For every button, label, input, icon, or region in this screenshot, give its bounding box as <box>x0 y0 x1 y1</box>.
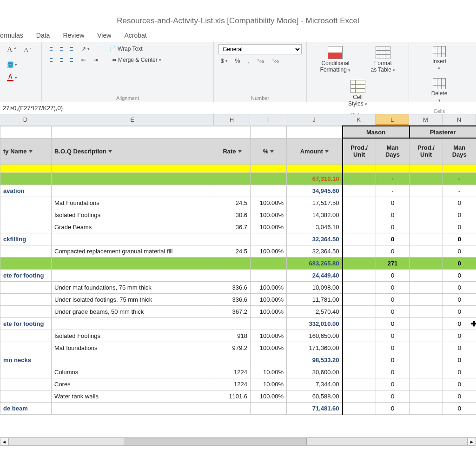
cell-man-days[interactable]: 0 <box>443 281 476 293</box>
conditional-formatting-button[interactable]: Conditional Formatting ▾ <box>317 44 354 75</box>
cell-rate[interactable]: 979.2 <box>214 342 251 354</box>
cell[interactable] <box>343 269 376 281</box>
cell[interactable] <box>343 293 376 305</box>
cell[interactable] <box>410 257 443 269</box>
cell-styles-button[interactable]: Cell Styles ▾ <box>344 78 372 109</box>
cell-description[interactable]: Mat Foundations <box>52 197 214 209</box>
cell-activity-name[interactable]: de beam <box>0 402 52 414</box>
cell[interactable] <box>343 185 376 197</box>
cell-description[interactable]: Cores <box>52 378 214 390</box>
cell[interactable] <box>343 330 376 342</box>
header-man-days-1[interactable]: Man Days <box>376 138 410 164</box>
cell[interactable] <box>343 281 376 293</box>
cell-percent[interactable]: 100.00% <box>251 245 287 257</box>
cell-amount[interactable]: 160,650.00 <box>287 330 343 342</box>
cell-amount[interactable]: 17,517.50 <box>287 197 343 209</box>
cell-activity-name[interactable]: ete for footing <box>0 269 52 281</box>
cell-amount[interactable]: 3,046.10 <box>287 221 343 233</box>
font-color-button[interactable]: A▾ <box>5 72 20 83</box>
cell-amount[interactable]: 11,781.00 <box>287 293 343 305</box>
cell[interactable] <box>410 305 443 317</box>
align-middle-button[interactable] <box>57 44 66 53</box>
cell-description[interactable]: Columns <box>52 366 214 378</box>
cell-amount[interactable]: 24,449.40 <box>287 269 343 281</box>
cell[interactable] <box>343 221 376 233</box>
cell-man-days[interactable]: - <box>443 185 476 197</box>
horizontal-scrollbar[interactable]: ◄ ► <box>0 437 476 446</box>
cell-man-days[interactable]: 0 <box>443 233 476 245</box>
wrap-text-button[interactable]: 📄 Wrap Text <box>107 44 145 53</box>
cell-percent[interactable]: 100.00% <box>251 293 287 305</box>
cell[interactable] <box>343 257 376 269</box>
cell[interactable] <box>410 342 443 354</box>
comma-format-button[interactable]: , <box>245 56 251 66</box>
cell-percent[interactable]: 100.00% <box>251 342 287 354</box>
cell-amount[interactable]: 2,570.40 <box>287 305 343 317</box>
tab-view[interactable]: View <box>97 32 111 39</box>
cell-percent[interactable]: 10.00% <box>251 378 287 390</box>
cell[interactable] <box>410 317 443 330</box>
percent-format-button[interactable]: % <box>233 56 243 66</box>
cell-man-days[interactable]: 0 <box>376 354 410 366</box>
cell-rate[interactable]: 30.6 <box>214 209 251 221</box>
cell[interactable] <box>343 209 376 221</box>
cell-man-days[interactable]: 0 <box>443 257 476 269</box>
cell-man-days[interactable]: 0 <box>376 281 410 293</box>
cell[interactable] <box>343 378 376 390</box>
filter-icon[interactable] <box>325 150 329 153</box>
cell[interactable] <box>343 197 376 209</box>
cell-man-days[interactable]: 0 <box>376 233 410 245</box>
scroll-thumb[interactable] <box>124 438 307 445</box>
cell-man-days[interactable]: 0 <box>376 402 410 414</box>
col-header-D[interactable]: D <box>0 114 51 125</box>
tab-formulas[interactable]: ormulas <box>0 32 23 39</box>
cell-percent[interactable]: 100.00% <box>251 330 287 342</box>
cell-man-days[interactable]: 0 <box>376 390 410 402</box>
cell-man-days[interactable]: 0 <box>376 317 410 330</box>
cell-man-days[interactable]: 0 <box>443 209 476 221</box>
cell-description[interactable]: Mat foundations <box>52 342 214 354</box>
tab-acrobat[interactable]: Acrobat <box>124 32 146 39</box>
accounting-format-button[interactable]: $ ▾ <box>218 56 230 66</box>
cell-percent[interactable]: 10.00% <box>251 366 287 378</box>
cell-activity-name[interactable]: avation <box>0 185 52 197</box>
cell-rate[interactable]: 36.7 <box>214 221 251 233</box>
cell-man-days[interactable]: 271 <box>376 257 410 269</box>
cell-description[interactable]: Isolated Footings <box>52 209 214 221</box>
cell-man-days[interactable]: 0 <box>443 245 476 257</box>
insert-button[interactable]: Insert▾ <box>425 44 453 73</box>
cell-man-days[interactable]: 0 <box>443 366 476 378</box>
cell[interactable] <box>410 269 443 281</box>
cell-man-days[interactable]: 0 <box>376 378 410 390</box>
cell-description[interactable]: Compacted replacement granual material f… <box>52 245 214 257</box>
cell[interactable] <box>343 354 376 366</box>
cell-amount[interactable]: 30,600.00 <box>287 366 343 378</box>
cell-man-days[interactable]: - <box>443 172 476 185</box>
cell-rate[interactable]: 24.5 <box>214 245 251 257</box>
header-activity-name[interactable]: ty Name <box>0 138 52 164</box>
cell[interactable] <box>410 378 443 390</box>
cell-description[interactable]: Under mat foundations, 75 mm thick <box>52 281 214 293</box>
cell[interactable] <box>410 197 443 209</box>
cell[interactable] <box>343 245 376 257</box>
col-header-E[interactable]: E <box>51 114 214 125</box>
header-amount[interactable]: Amount <box>287 138 343 164</box>
cell-amount[interactable]: 60,588.00 <box>287 390 343 402</box>
cell-activity-name[interactable]: ckfilling <box>0 233 52 245</box>
cell-man-days[interactable]: 0 <box>376 305 410 317</box>
cell-rate[interactable]: 1224 <box>214 378 251 390</box>
cell-percent[interactable]: 100.00% <box>251 221 287 233</box>
tab-data[interactable]: Data <box>36 32 50 39</box>
cell[interactable] <box>410 402 443 414</box>
cell-description[interactable]: Grade Beams <box>52 221 214 233</box>
tab-review[interactable]: Review <box>63 32 84 39</box>
header-prod-unit-2[interactable]: Prod./ Unit <box>410 138 443 164</box>
cell-percent[interactable]: 100.00% <box>251 197 287 209</box>
align-center-button[interactable] <box>57 55 66 65</box>
cell-amount[interactable]: 34,945.60 <box>287 185 343 197</box>
cell-amount[interactable]: 67,310.10 <box>287 172 343 185</box>
scroll-right-button[interactable]: ► <box>468 437 476 446</box>
cell-rate[interactable]: 1101.6 <box>214 390 251 402</box>
header-boq-description[interactable]: B.O.Q Description <box>52 138 214 164</box>
cell-percent[interactable]: 100.00% <box>251 281 287 293</box>
